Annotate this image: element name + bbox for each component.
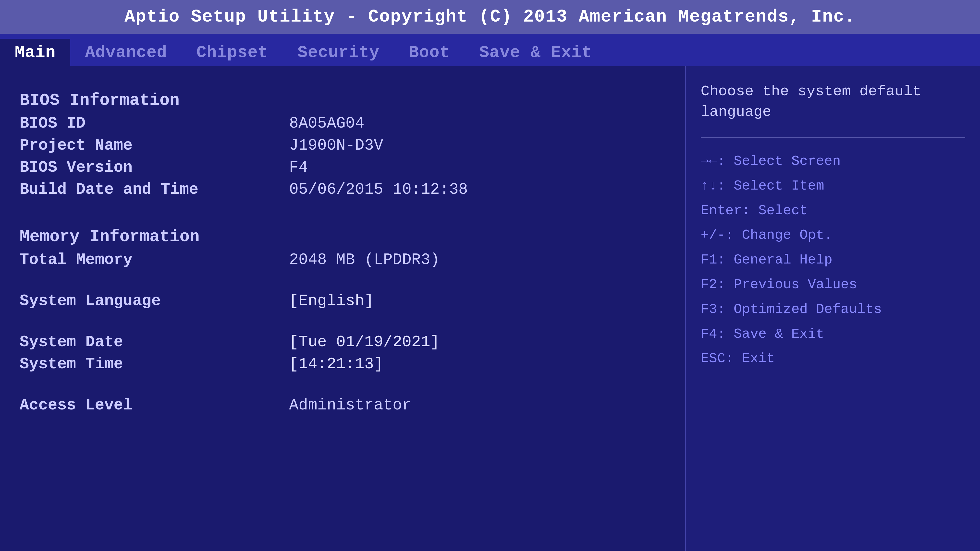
shortcut-item: →←: Select Screen <box>701 152 965 170</box>
bios-version-label: BIOS Version <box>20 159 289 176</box>
system-time-row[interactable]: System Time [14:21:13] <box>20 355 665 373</box>
shortcut-item: F2: Previous Values <box>701 276 965 294</box>
build-date-label: Build Date and Time <box>20 181 289 198</box>
system-time-label: System Time <box>20 355 289 373</box>
shortcut-item: F4: Save & Exit <box>701 325 965 343</box>
bios-info-header: BIOS Information <box>20 91 665 110</box>
project-name-label: Project Name <box>20 137 289 154</box>
bios-version-value: F4 <box>289 159 308 176</box>
build-date-row: Build Date and Time 05/06/2015 10:12:38 <box>20 181 665 198</box>
shortcut-item: ESC: Exit <box>701 350 965 368</box>
bios-id-value: 8A05AG04 <box>289 114 364 132</box>
total-memory-value: 2048 MB (LPDDR3) <box>289 251 440 268</box>
tab-main[interactable]: Main <box>0 39 70 67</box>
nav-bar: Main Advanced Chipset Security Boot Save… <box>0 34 980 67</box>
memory-info-header: Memory Information <box>20 227 665 246</box>
help-description: Choose the system default language <box>701 81 965 122</box>
shortcut-item: Enter: Select <box>701 202 965 220</box>
tab-save-exit[interactable]: Save & Exit <box>465 39 607 67</box>
system-time-value: [14:21:13] <box>289 355 383 373</box>
system-date-row[interactable]: System Date [Tue 01/19/2021] <box>20 333 665 351</box>
system-language-value: [English] <box>289 292 374 310</box>
main-panel: BIOS Information BIOS ID 8A05AG04 Projec… <box>0 67 686 551</box>
title-bar: Aptio Setup Utility - Copyright (C) 2013… <box>0 0 980 34</box>
system-date-label: System Date <box>20 333 289 351</box>
tab-chipset[interactable]: Chipset <box>182 39 283 67</box>
shortcut-item: ↑↓: Select Item <box>701 177 965 195</box>
bios-version-row: BIOS Version F4 <box>20 159 665 176</box>
build-date-value: 05/06/2015 10:12:38 <box>289 181 468 198</box>
shortcut-item: F3: Optimized Defaults <box>701 300 965 318</box>
tab-boot[interactable]: Boot <box>394 39 465 67</box>
title-text: Aptio Setup Utility - Copyright (C) 2013… <box>124 7 856 27</box>
system-date-value: [Tue 01/19/2021] <box>289 333 440 351</box>
tab-advanced[interactable]: Advanced <box>70 39 181 67</box>
tab-security[interactable]: Security <box>283 39 394 67</box>
total-memory-row: Total Memory 2048 MB (LPDDR3) <box>20 251 665 268</box>
system-language-row[interactable]: System Language [English] <box>20 292 665 310</box>
shortcuts-list: →←: Select Screen↑↓: Select ItemEnter: S… <box>701 152 965 368</box>
content-area: BIOS Information BIOS ID 8A05AG04 Projec… <box>0 67 980 551</box>
shortcut-item: +/-: Change Opt. <box>701 226 965 244</box>
access-level-value: Administrator <box>289 397 411 414</box>
total-memory-label: Total Memory <box>20 251 289 268</box>
right-panel: Choose the system default language →←: S… <box>686 67 980 551</box>
bios-id-row: BIOS ID 8A05AG04 <box>20 114 665 132</box>
access-level-row: Access Level Administrator <box>20 397 665 414</box>
project-name-row: Project Name J1900N-D3V <box>20 137 665 154</box>
divider <box>701 137 965 138</box>
bios-id-label: BIOS ID <box>20 114 289 132</box>
project-name-value: J1900N-D3V <box>289 137 383 154</box>
access-level-label: Access Level <box>20 397 289 414</box>
system-language-label: System Language <box>20 292 289 310</box>
shortcut-item: F1: General Help <box>701 251 965 269</box>
